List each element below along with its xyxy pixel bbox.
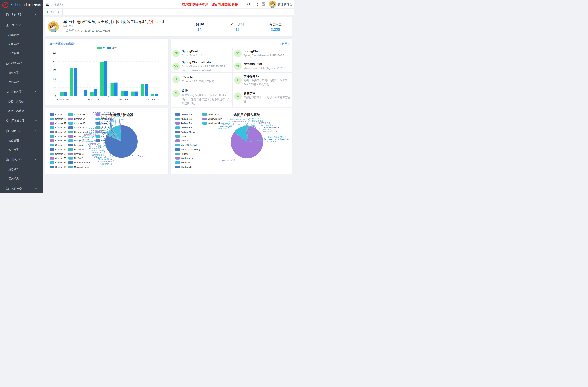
svg-text:Firefox 56: Firefox 56 [74, 153, 84, 155]
svg-text:Ubuntu: Ubuntu [181, 153, 188, 155]
svg-text:100: 100 [53, 78, 56, 80]
svg-text:Z: Z [4, 3, 6, 7]
svg-text:Windows 8.1: Windows 8.1 [208, 113, 221, 116]
svg-text:Windows 10: Windows 10 [181, 157, 193, 160]
svg-text:Android 6.x: Android 6.x [181, 118, 192, 120]
svg-text:2019–12–04: 2019–12–04 [87, 98, 100, 101]
svg-text:2019–12–01: 2019–12–01 [57, 98, 69, 101]
svg-text:Android 1.x: Android 1.x [181, 113, 192, 116]
svg-text:Chrome 58: Chrome 58 [55, 153, 66, 155]
svg-text:Chrome: Chrome [55, 113, 63, 116]
svg-text:Chrome 8: Chrome 8 [74, 126, 84, 129]
svg-text:Windows Vista: Windows Vista [208, 118, 222, 120]
svg-text:Microsoft Edge: Microsoft Edge [74, 166, 89, 168]
svg-text:150: 150 [53, 69, 56, 72]
svg-text:Ubuntu: Ubuntu [269, 140, 276, 143]
svg-text:Mac OS X (iPhone): Mac OS X (iPhone) [181, 148, 200, 151]
svg-text:2019–12–10: 2019–12–10 [148, 98, 160, 101]
svg-text:访问用户浏览器: 访问用户浏览器 [110, 113, 133, 117]
svg-text:Chrome 54: Chrome 54 [55, 140, 66, 142]
svg-text:Chrome 57: Chrome 57 [55, 148, 66, 151]
svg-text:访问用户操作系统: 访问用户操作系统 [233, 113, 260, 117]
svg-text:Chrome: Chrome [138, 155, 146, 158]
svg-text:Chrome 53: Chrome 53 [55, 135, 66, 138]
svg-text:近十天系统访问记录: 近十天系统访问记录 [49, 42, 75, 45]
svg-text:Firefox 45: Firefox 45 [74, 144, 84, 146]
svg-text:250: 250 [53, 52, 56, 54]
svg-text:Firefox 51: Firefox 51 [74, 148, 84, 151]
svg-text:Chrome 63: Chrome 63 [74, 113, 85, 116]
svg-text:Chrome 59: Chrome 59 [55, 157, 66, 160]
svg-text:Android Mobile: Android Mobile [181, 131, 195, 133]
svg-text:Android 8.x: Android 8.x [181, 126, 192, 129]
svg-text:2019–12–07: 2019–12–07 [117, 98, 130, 101]
svg-text:Firefox: Firefox [74, 135, 81, 138]
svg-text:Chrome 26: Chrome 26 [101, 163, 112, 165]
svg-text:0: 0 [55, 95, 56, 98]
svg-text:Firefox 7: Firefox 7 [74, 157, 83, 160]
svg-text:Chrome 51: Chrome 51 [55, 131, 66, 133]
svg-text:Chrome 65: Chrome 65 [74, 122, 85, 125]
svg-text:Chrome 47: Chrome 47 [55, 122, 66, 125]
svg-text:Mac OS X (iPad): Mac OS X (iPad) [181, 144, 197, 146]
svg-text:Windows 10: Windows 10 [222, 159, 235, 162]
svg-text:Chrome 61: Chrome 61 [55, 162, 66, 164]
svg-text:总数: 总数 [112, 47, 117, 49]
svg-text:Windows 7: Windows 7 [218, 127, 230, 130]
svg-text:Internet Explorer 11: Internet Explorer 11 [74, 162, 94, 164]
svg-text:Android 7.x: Android 7.x [181, 122, 192, 125]
svg-text:Chrome 49: Chrome 49 [55, 126, 66, 129]
svg-text:50: 50 [54, 86, 57, 89]
svg-text:Mac OS X: Mac OS X [266, 130, 277, 133]
svg-text:Mac OS X: Mac OS X [181, 140, 191, 142]
svg-text:Chrome 64: Chrome 64 [74, 118, 85, 120]
svg-text:Chrome 26: Chrome 26 [55, 118, 66, 120]
svg-text:Windows 7: Windows 7 [181, 162, 191, 164]
svg-text:Chrome 55: Chrome 55 [55, 144, 66, 146]
svg-text:Chrome 62: Chrome 62 [55, 166, 66, 168]
svg-text:Linux: Linux [181, 135, 186, 138]
svg-text:Windows XP: Windows XP [208, 122, 220, 125]
svg-text:Windows 8: Windows 8 [181, 166, 191, 168]
svg-text:您: 您 [103, 47, 105, 49]
svg-text:200: 200 [53, 60, 56, 63]
